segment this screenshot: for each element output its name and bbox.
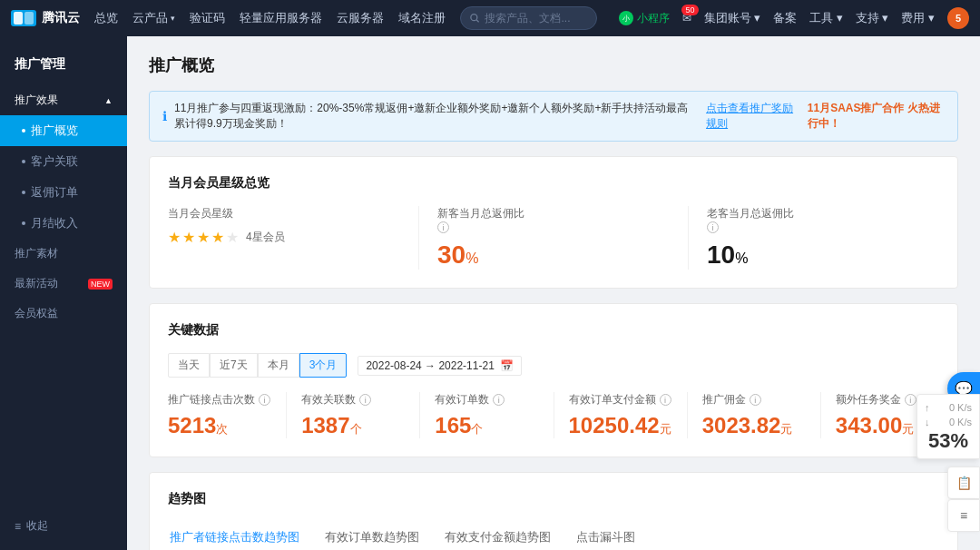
trend-tab-orders[interactable]: 有效订单数趋势图 <box>323 522 421 550</box>
dot-icon <box>22 129 25 133</box>
nav-support[interactable]: 支持 ▾ <box>856 10 889 26</box>
notice-highlight[interactable]: 11月SAAS推广合作 火热进行中！ <box>808 101 945 132</box>
download-value: 0 K/s <box>949 417 972 427</box>
key-data-card: 关键数据 当天 近7天 本月 3个月 2022-08-24 → 2022-11-… <box>149 303 958 457</box>
metric-orders: 有效订单数 i 165个 <box>435 392 554 438</box>
date-range-picker[interactable]: 2022-08-24 → 2022-11-21 📅 <box>358 356 521 376</box>
main-content: 推广概览 ℹ 11月推广参与四重返现激励：20%-35%常规返佣+邀新企业额外奖… <box>127 36 980 550</box>
tab-7days[interactable]: 近7天 <box>210 353 258 378</box>
nav-filing[interactable]: 备案 <box>773 10 797 26</box>
svg-line-3 <box>476 20 479 23</box>
calendar-icon: 📅 <box>500 359 514 372</box>
metric-orders-label: 有效订单数 i <box>435 392 538 408</box>
sidebar-item-customer[interactable]: 客户关联 <box>0 146 127 177</box>
old-customer-value: 10 <box>707 241 735 269</box>
trend-card: 趋势图 推广者链接点击数趋势图 有效订单数趋势图 有效支付金额趋势图 点击漏斗图… <box>149 472 958 550</box>
member-overview: 当月会员星级 ★ ★ ★ ★ ★ 4星会员 新客当月总返佣比 i <box>168 206 939 270</box>
metric-payment-unit: 元 <box>660 422 671 436</box>
chevron-up-icon: ▲ <box>104 96 113 105</box>
svg-point-2 <box>471 15 477 21</box>
sidebar-group-activity[interactable]: 最新活动 NEW <box>0 269 127 299</box>
sidebar-group-promotion-effect[interactable]: 推广效果 ▲ <box>0 85 127 115</box>
tab-month[interactable]: 本月 <box>258 353 299 378</box>
metric-orders-value: 165 <box>435 413 471 437</box>
tab-3months[interactable]: 3个月 <box>299 353 348 378</box>
metrics-row: 推广链接点击次数 i 5213次 有效关联数 i 1387个 <box>168 392 939 438</box>
trend-tab-clicks[interactable]: 推广者链接点击数趋势图 <box>168 522 301 550</box>
sidebar-item-rebate[interactable]: 返佣订单 <box>0 177 127 208</box>
metric-associate-unit: 个 <box>350 422 362 436</box>
nav-domain[interactable]: 域名注册 <box>398 10 446 26</box>
search-input[interactable] <box>485 12 586 25</box>
member-level-col: 当月会员星级 ★ ★ ★ ★ ★ 4星会员 <box>168 206 419 270</box>
sidebar-group-material[interactable]: 推广素材 <box>0 239 127 269</box>
star-label: 4星会员 <box>246 230 285 245</box>
metric-clicks: 推广链接点击次数 i 5213次 <box>168 392 287 438</box>
tab-today[interactable]: 当天 <box>168 353 210 378</box>
sidebar-section-promotion: 推广效果 ▲ 推广概览 客户关联 返佣订单 月结收入 <box>0 85 127 239</box>
user-avatar[interactable]: 5 <box>947 7 969 29</box>
download-row: ↓ 0 K/s <box>925 415 972 429</box>
notice-link[interactable]: 点击查看推广奖励规则 <box>706 101 797 132</box>
metric-clicks-value-row: 5213次 <box>168 413 271 438</box>
nav-cloud-server[interactable]: 云服务器 <box>337 10 384 26</box>
logo[interactable]: 腾讯云 <box>11 10 80 26</box>
nav-verify[interactable]: 验证码 <box>190 10 225 26</box>
search-bar[interactable] <box>460 6 597 30</box>
layout: 推广管理 推广效果 ▲ 推广概览 客户关联 返佣订单 月结收入 <box>0 36 980 550</box>
associate-info-icon: i <box>359 394 371 406</box>
trend-tab-payment[interactable]: 有效支付金额趋势图 <box>443 522 553 550</box>
key-data-title: 关键数据 <box>168 322 939 339</box>
top-nav: 腾讯云 总览 云产品 ▾ 验证码 轻量应用服务器 云服务器 域名注册 小 小程序… <box>0 0 980 36</box>
metric-clicks-label: 推广链接点击次数 i <box>168 392 271 408</box>
sidebar-group-member[interactable]: 会员权益 <box>0 299 127 329</box>
member-card: 当月会员星级总览 当月会员星级 ★ ★ ★ ★ ★ 4星会员 新客当月总返佣比 <box>149 156 958 289</box>
sidebar-title: 推广管理 <box>0 44 127 82</box>
clicks-info-icon: i <box>259 394 270 406</box>
collapse-sidebar-btn[interactable]: ≡ <box>947 499 980 532</box>
upload-icon: ↑ <box>925 402 930 413</box>
sidebar: 推广管理 推广效果 ▲ 推广概览 客户关联 返佣订单 月结收入 <box>0 36 127 550</box>
new-badge: NEW <box>88 279 113 290</box>
sidebar-group-material-label: 推广素材 <box>15 246 58 261</box>
nav-overview[interactable]: 总览 <box>94 10 118 26</box>
nav-group[interactable]: 集团账号 ▾ <box>704 10 761 26</box>
metric-associate-value: 1387 <box>301 413 349 437</box>
svg-rect-0 <box>14 12 23 25</box>
new-customer-unit: % <box>466 250 478 266</box>
star-2: ★ <box>182 229 195 246</box>
metric-payment: 有效订单支付金额 i 10250.42元 <box>569 392 688 438</box>
metric-associate: 有效关联数 i 1387个 <box>301 392 420 438</box>
sidebar-item-monthly[interactable]: 月结收入 <box>0 208 127 239</box>
svg-rect-1 <box>24 12 34 25</box>
nav-lightweight[interactable]: 轻量应用服务器 <box>240 10 322 26</box>
metric-associate-label: 有效关联数 i <box>301 392 405 408</box>
new-customer-col: 新客当月总返佣比 i 30% <box>437 206 689 270</box>
commission-info-icon: i <box>750 394 761 406</box>
nav-right: 小 小程序 ✉ 50 集团账号 ▾ 备案 工具 ▾ 支持 ▾ 费用 ▾ 5 <box>619 7 970 29</box>
trend-tab-funnel[interactable]: 点击漏斗图 <box>574 522 637 550</box>
metric-payment-value-row: 10250.42元 <box>569 413 672 438</box>
nav-fee[interactable]: 费用 ▾ <box>901 10 935 26</box>
speed-display: 53% <box>925 429 972 453</box>
star-1: ★ <box>168 229 181 246</box>
metric-clicks-unit: 次 <box>216 422 228 436</box>
feedback-btn[interactable]: 📋 <box>947 467 980 499</box>
metric-commission-value-row: 3023.82元 <box>702 413 806 438</box>
sidebar-group-label: 推广效果 <box>15 93 58 108</box>
metric-orders-value-row: 165个 <box>435 413 538 438</box>
nav-tools[interactable]: 工具 ▾ <box>809 10 843 26</box>
upload-row: ↑ 0 K/s <box>925 400 972 415</box>
metric-commission: 推广佣金 i 3023.82元 <box>702 392 821 438</box>
new-customer-value: 30 <box>437 241 466 269</box>
mini-program-btn[interactable]: 小 小程序 <box>619 11 670 26</box>
notice-banner: ℹ 11月推广参与四重返现激励：20%-35%常规返佣+邀新企业额外奖励+邀新个… <box>149 91 958 142</box>
nav-cloud-products[interactable]: 云产品 ▾ <box>132 10 175 26</box>
sidebar-collapse-btn[interactable]: ≡ 收起 <box>0 511 127 541</box>
sidebar-item-overview[interactable]: 推广概览 <box>0 115 127 146</box>
message-btn[interactable]: ✉ 50 <box>682 12 691 25</box>
payment-info-icon: i <box>660 394 671 406</box>
trend-tabs: 推广者链接点击数趋势图 有效订单数趋势图 有效支付金额趋势图 点击漏斗图 <box>168 522 939 550</box>
member-level-label: 当月会员星级 <box>168 206 400 221</box>
metric-payment-value: 10250.42 <box>569 413 660 437</box>
